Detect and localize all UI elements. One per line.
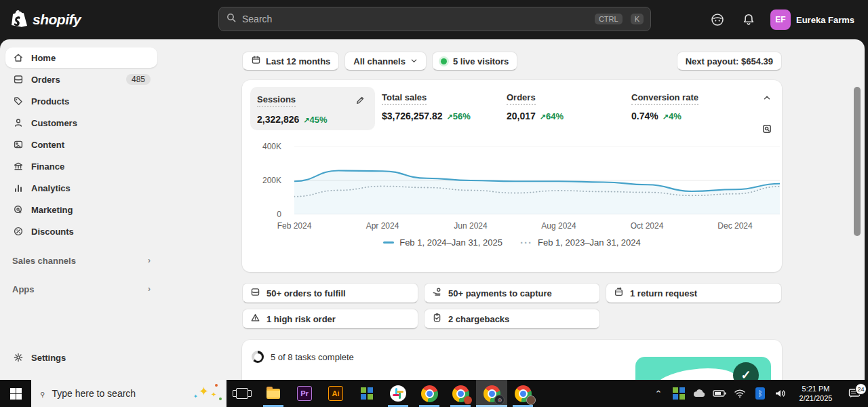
sidebar-item-content[interactable]: Content <box>5 134 157 155</box>
task-view-button[interactable] <box>226 380 258 407</box>
admin-top-bar: shopify Search CTRL K EF Eureka Farms <box>0 0 868 39</box>
y-tick-0: 0 <box>277 210 281 219</box>
warning-icon <box>250 313 260 325</box>
tray-app-tiles-icon[interactable] <box>669 380 689 407</box>
sidebar-item-settings[interactable]: Settings <box>5 347 157 368</box>
sidebar-group-sales-channels[interactable]: Sales channels › <box>5 251 157 270</box>
app-tiles-button[interactable] <box>351 380 382 407</box>
task-view-icon <box>236 388 248 399</box>
tag-icon <box>12 95 24 107</box>
sidebar-item-discounts[interactable]: Discounts <box>5 221 157 241</box>
y-tick-200k: 200K <box>262 176 281 185</box>
setup-illustration: ✓ <box>635 357 771 380</box>
collapse-chevron-up-icon[interactable] <box>759 90 775 106</box>
vertical-scrollbar[interactable] <box>854 87 861 236</box>
avatar: EF <box>770 9 791 30</box>
setup-guide-card[interactable]: 5 of 8 tasks complete ✓ <box>242 340 782 380</box>
sidebar-item-marketing[interactable]: Marketing <box>5 199 157 220</box>
discount-icon <box>12 225 24 237</box>
onedrive-cloud-icon[interactable] <box>689 380 709 407</box>
metric-orders[interactable]: Orders 20,017 ↗64% <box>500 87 625 130</box>
sidebar-group-apps[interactable]: Apps › <box>5 279 157 298</box>
sidebar-item-analytics[interactable]: Analytics <box>5 178 157 198</box>
chrome-window-4-button[interactable] <box>507 380 538 407</box>
task-label: 1 high risk order <box>267 314 336 324</box>
search-icon: ⌕ <box>36 387 49 400</box>
taskbar-clock[interactable]: 5:21 PM 2/21/2025 <box>791 384 841 403</box>
group-label: Apps <box>12 284 35 294</box>
legend-current-period[interactable]: Feb 1, 2024–Jan 31, 2025 <box>383 237 502 248</box>
taskbar-search-input[interactable]: ⌕ Type here to search ✦✦✦ <box>31 380 226 407</box>
sidebar-item-label: Home <box>31 53 56 63</box>
chargebacks-button[interactable]: 2 chargebacks <box>424 309 600 329</box>
chrome-window-2-button[interactable] <box>445 380 476 407</box>
global-search-input[interactable]: Search CTRL K <box>218 7 651 31</box>
sidebar-item-label: Analytics <box>31 183 71 193</box>
chart-plot[interactable] <box>294 147 780 214</box>
premiere-pro-button[interactable]: Pr <box>289 380 320 407</box>
sidebar-item-home[interactable]: Home <box>5 47 157 68</box>
chrome-profile-badge <box>464 396 472 404</box>
live-dot <box>441 58 447 64</box>
volume-icon[interactable] <box>770 380 791 407</box>
metric-value: 2,322,826 <box>257 114 299 125</box>
windows-taskbar: ⌕ Type here to search ✦✦✦ Pr Ai <box>0 380 868 407</box>
date-range-button[interactable]: Last 12 months <box>242 52 339 71</box>
orders-to-fulfill-button[interactable]: 50+ orders to fulfill <box>242 283 418 303</box>
payments-to-capture-button[interactable]: 50+ payments to capture <box>424 283 600 303</box>
slack-button[interactable] <box>382 380 414 407</box>
sidebar-item-orders[interactable]: Orders 485 <box>5 69 157 90</box>
premiere-pro-icon: Pr <box>297 386 312 401</box>
bell-icon[interactable] <box>736 7 761 32</box>
chrome-window-1-button[interactable] <box>414 380 445 407</box>
task-label: 50+ payments to capture <box>448 288 552 298</box>
wifi-icon[interactable] <box>730 380 750 407</box>
return-request-button[interactable]: 1 return request <box>606 283 782 303</box>
metrics-row: Sessions 2,322,826 ↗45% Total sales $3,7… <box>250 87 774 130</box>
orders-count-badge: 485 <box>126 74 151 85</box>
show-hidden-icons-button[interactable]: ⌃ <box>648 380 669 407</box>
next-payout-button[interactable]: Next payout: $654.39 <box>677 52 782 71</box>
start-button[interactable] <box>0 380 31 407</box>
channel-filter-button[interactable]: All channels <box>344 52 427 71</box>
file-explorer-button[interactable] <box>258 380 289 407</box>
metric-delta: ↗4% <box>663 111 682 121</box>
legend-label: Feb 1, 2023–Jan 31, 2024 <box>538 237 641 248</box>
bluetooth-icon[interactable]: ᛒ <box>750 380 770 407</box>
tasks-progress-label: 5 of 8 tasks complete <box>271 352 354 362</box>
x-tick: Dec 2024 <box>717 221 752 231</box>
metric-total-sales[interactable]: Total sales $3,726,257.82 ↗56% <box>375 87 500 130</box>
trend-up-icon: ↗ <box>303 116 309 124</box>
legend-label: Feb 1, 2024–Jan 31, 2025 <box>399 237 502 248</box>
slack-icon <box>390 385 406 402</box>
sidebar-item-products[interactable]: Products <box>5 91 157 111</box>
dotted-line-swatch: ··· <box>520 241 532 244</box>
chrome-window-3-button-active[interactable] <box>476 380 507 407</box>
kbd-k: K <box>631 14 644 24</box>
battery-icon[interactable] <box>709 380 730 407</box>
sidekick-icon[interactable] <box>705 7 730 32</box>
live-visitors-button[interactable]: 5 live visitors <box>432 52 517 71</box>
sidebar-item-finance[interactable]: Finance <box>5 156 157 176</box>
edit-metrics-icon[interactable] <box>352 92 368 109</box>
high-risk-order-button[interactable]: 1 high risk order <box>242 309 418 329</box>
metric-delta: ↗64% <box>540 111 564 121</box>
date-range-label: Last 12 months <box>266 56 330 66</box>
legend-previous-period[interactable]: ··· Feb 1, 2023–Jan 31, 2024 <box>520 237 641 248</box>
sidebar-item-label: Settings <box>31 353 66 363</box>
image-icon <box>12 138 24 151</box>
metric-label: Orders <box>507 92 536 105</box>
chart-legend: Feb 1, 2024–Jan 31, 2025 ··· Feb 1, 2023… <box>250 237 774 248</box>
metric-sessions[interactable]: Sessions 2,322,826 ↗45% <box>250 87 375 130</box>
payment-capture-icon <box>432 287 442 299</box>
shopify-logo[interactable]: shopify <box>11 9 214 31</box>
metric-conversion-rate[interactable]: Conversion rate 0.74% ↗4% <box>625 87 749 130</box>
action-center-button[interactable]: 24 <box>841 388 868 399</box>
illustrator-button[interactable]: Ai <box>320 380 351 407</box>
sidebar-item-customers[interactable]: Customers <box>5 113 157 133</box>
account-menu[interactable]: EF Eureka Farms <box>768 7 861 33</box>
windows-logo-icon <box>10 388 22 400</box>
chevron-right-icon: › <box>148 284 151 294</box>
store-name: Eureka Farms <box>796 15 854 25</box>
next-payout-label: Next payout: $654.39 <box>686 56 773 66</box>
